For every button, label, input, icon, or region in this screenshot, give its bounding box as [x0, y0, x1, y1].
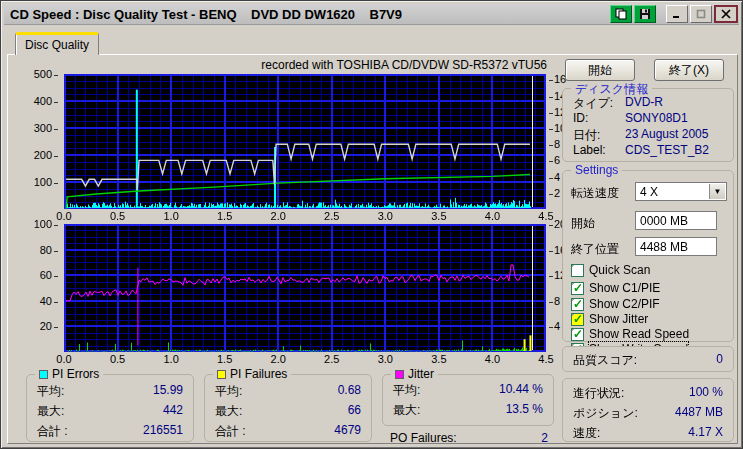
pi-errors-max: 442	[163, 403, 183, 420]
axis-tick: 2	[549, 187, 560, 199]
checkbox-quick-scan[interactable]: Quick Scan	[571, 263, 650, 277]
axis-tick: 16	[549, 73, 566, 85]
checkbox-icon[interactable]: ✓	[571, 328, 584, 341]
end-pos-label: 終了位置	[571, 241, 619, 258]
axis-tick: 3.0	[370, 353, 400, 365]
pi-errors-total: 216551	[143, 423, 183, 440]
axis-tick: 0.0	[49, 353, 79, 365]
axis-tick: 0.5	[103, 210, 133, 222]
speed-status-value: 4.17 X	[688, 425, 723, 442]
axis-tick: 1.5	[210, 353, 240, 365]
axis-tick: 300	[24, 122, 58, 134]
axis-tick: 4.0	[477, 210, 507, 222]
disc-id-value: SONY08D1	[625, 111, 688, 125]
axis-tick: 400	[24, 95, 58, 107]
total-label: 合計 :	[215, 423, 246, 440]
checkbox-icon[interactable]: ✓	[571, 298, 584, 311]
axis-tick: 2.5	[317, 210, 347, 222]
close-button[interactable]	[714, 5, 738, 23]
tab-disc-quality[interactable]: Disc Quality	[15, 32, 99, 55]
app-window: CD Speed : Disc Quality Test - BENQ DVD …	[0, 0, 743, 449]
pi-failures-avg: 0.68	[338, 383, 361, 400]
quality-chart-canvas	[64, 74, 546, 209]
checkbox-icon[interactable]: ✓	[571, 313, 584, 326]
checkbox-icon[interactable]: ✓	[571, 282, 584, 295]
max-label: 最大:	[215, 403, 242, 420]
settings-group: Settings 転送速度 4 X ▼ 開始 0000 MB 終了位置 4488…	[562, 170, 734, 342]
axis-tick: 60	[24, 269, 58, 281]
axis-tick: 3.5	[424, 210, 454, 222]
axis-tick: 2.0	[263, 353, 293, 365]
disc-type-label: タイプ:	[573, 95, 625, 112]
tab-label: Disc Quality	[25, 38, 89, 52]
axis-tick: 20	[24, 320, 58, 332]
minimize-icon	[672, 9, 682, 19]
axis-tick: 1.0	[156, 210, 186, 222]
checkbox-icon[interactable]	[571, 264, 584, 277]
axis-tick: 100	[24, 176, 58, 188]
axis-tick: 200	[24, 149, 58, 161]
axis-tick: 500	[24, 68, 58, 80]
pi-failures-box: PI Failures 平均:0.68 最大:66 合計 :4679	[204, 374, 372, 442]
max-label: 最大:	[37, 403, 64, 420]
window-title: CD Speed : Disc Quality Test - BENQ DVD …	[4, 7, 402, 22]
speed-value: 4 X	[640, 185, 658, 199]
start-button[interactable]: 開始	[565, 59, 635, 81]
axis-tick: 2.5	[317, 353, 347, 365]
disc-date-value: 23 August 2005	[625, 127, 708, 144]
jitter-title: Jitter	[408, 367, 434, 381]
exit-button[interactable]: 終了(X)	[654, 59, 724, 81]
position-value: 4487 MB	[675, 405, 723, 422]
axis-tick: 6	[549, 154, 560, 166]
disc-info-group: ディスク情報 タイプ:DVD-R ID:SONY08D1 日付:23 Augus…	[562, 88, 734, 162]
quality-score-box: 品質スコア: 0	[562, 346, 734, 372]
position-label: ポジション:	[573, 405, 638, 422]
speed-status-label: 速度:	[573, 425, 600, 442]
minimize-button[interactable]	[666, 5, 688, 23]
settings-title: Settings	[571, 163, 622, 177]
start-pos-label: 開始	[571, 215, 595, 232]
chevron-down-icon[interactable]: ▼	[709, 184, 725, 199]
disc-date-label: 日付:	[573, 127, 625, 144]
copy-chart-button[interactable]	[610, 5, 632, 23]
pi-failures-title: PI Failures	[230, 367, 287, 381]
status-box: 進行状況:100 % ポジション:4487 MB 速度:4.17 X	[562, 378, 734, 442]
max-label: 最大:	[393, 402, 420, 419]
avg-label: 平均:	[215, 383, 242, 400]
speed-combobox[interactable]: 4 X ▼	[635, 182, 727, 201]
disc-id-label: ID:	[573, 111, 625, 125]
end-pos-field[interactable]: 4488 MB	[635, 237, 717, 256]
avg-label: 平均:	[37, 383, 64, 400]
maximize-button[interactable]	[690, 5, 712, 23]
pi-errors-avg: 15.99	[153, 383, 183, 400]
quality-score-label: 品質スコア:	[573, 352, 637, 369]
po-failures-value: 2	[541, 431, 548, 445]
start-pos-field[interactable]: 0000 MB	[635, 211, 717, 230]
title-bar[interactable]: CD Speed : Disc Quality Test - BENQ DVD …	[4, 4, 739, 25]
axis-tick: 4.0	[477, 353, 507, 365]
axis-tick: 3.0	[370, 210, 400, 222]
checkbox-show-jitter[interactable]: ✓ Show Jitter	[571, 312, 648, 326]
recorded-with-label: recorded with TOSHIBA CD/DVDW SD-R5372 v…	[8, 58, 547, 72]
checkbox-show-read-speed[interactable]: ✓ Show Read Speed	[571, 327, 689, 341]
save-button[interactable]	[634, 5, 656, 23]
jitter-box: Jitter 平均:10.44 % 最大:13.5 %	[382, 374, 554, 426]
total-label: 合計 :	[37, 423, 68, 440]
pi-failures-swatch	[217, 370, 226, 379]
checkbox-show-c2-pif[interactable]: ✓ Show C2/PIF	[571, 297, 660, 311]
disc-type-value: DVD-R	[625, 95, 663, 112]
disc-label-value: CDS_TEST_B2	[625, 143, 709, 157]
axis-tick: 40	[24, 295, 58, 307]
checkbox-show-c1-pie[interactable]: ✓ Show C1/PIE	[571, 281, 660, 295]
axis-tick: 3.5	[424, 353, 454, 365]
progress-label: 進行状況:	[573, 385, 624, 402]
axis-tick: 1.5	[210, 210, 240, 222]
quality-score-value: 0	[716, 352, 723, 369]
axis-tick: 100	[24, 218, 58, 230]
po-failures-label: PO Failures:	[390, 431, 457, 445]
disc-label-label: Label:	[573, 143, 625, 157]
axis-tick: 80	[24, 244, 58, 256]
disc-quality-page: recorded with TOSHIBA CD/DVDW SD-R5372 v…	[7, 54, 738, 444]
axis-tick: 4.5	[531, 353, 561, 365]
progress-value: 100 %	[689, 385, 723, 402]
